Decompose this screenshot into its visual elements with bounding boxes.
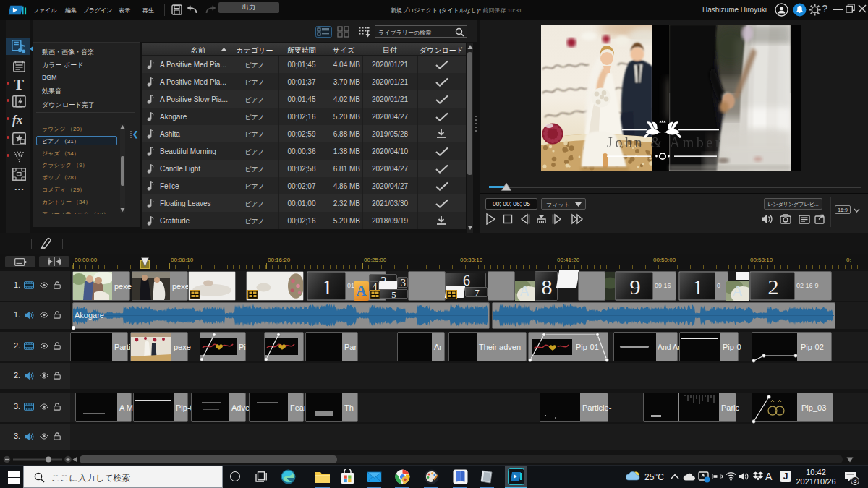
svg-text:A: A: [519, 282, 531, 300]
svg-text:John & Amber: John & Amber: [607, 134, 723, 150]
svg-text:A: A: [732, 282, 744, 300]
